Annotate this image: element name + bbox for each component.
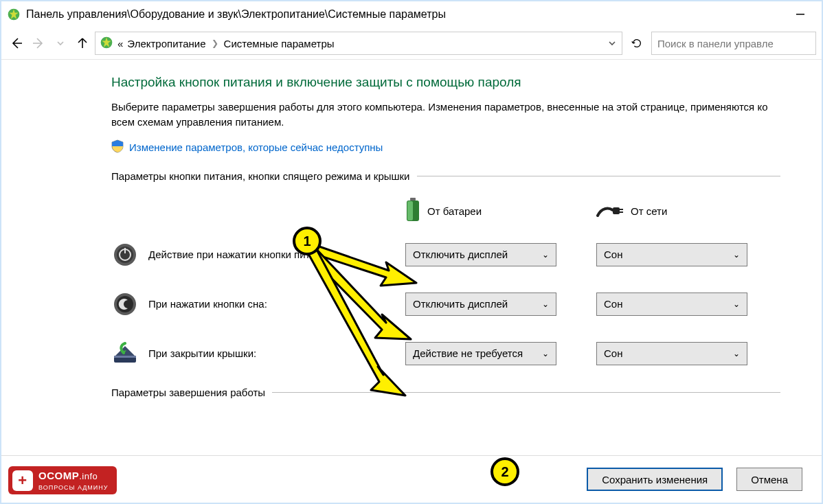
search-input[interactable]: Поиск в панели управле: [651, 32, 816, 55]
footer: Сохранить изменения Отмена: [1, 456, 822, 503]
svg-rect-6: [613, 207, 620, 214]
page-description: Выберите параметры завершения работы для…: [111, 100, 780, 130]
annotation-marker-2: 2: [491, 457, 519, 486]
logo-plus-icon: +: [12, 470, 33, 491]
combo-power-plugged[interactable]: Сон ⌄: [596, 243, 747, 266]
address-bar[interactable]: « Электропитание ❯ Системные параметры: [95, 32, 622, 55]
settings-grid: От батареи От сети Действие при нажатии …: [111, 189, 780, 378]
section-2-text: Параметры завершения работы: [111, 387, 265, 398]
titlebar: Панель управления\Оборудование и звук\Эл…: [1, 1, 822, 27]
sleep-button-icon: [111, 290, 139, 318]
logo-main: OCOMP: [38, 470, 79, 481]
crumb-prefix: «: [117, 38, 123, 49]
svg-rect-7: [620, 209, 623, 210]
chevron-down-icon: ⌄: [733, 349, 740, 358]
chevron-down-icon: ⌄: [542, 349, 549, 358]
minimize-button[interactable]: [785, 3, 816, 25]
chevron-down-icon: ⌄: [542, 299, 549, 309]
app-icon-small: [100, 36, 113, 51]
combo-value: Сон: [604, 298, 622, 310]
col-plugged: От сети: [596, 189, 768, 230]
marker-2-text: 2: [501, 464, 508, 480]
annotation-arrow: [306, 243, 430, 415]
app-icon: [7, 8, 21, 21]
combo-value: Сон: [604, 347, 622, 359]
svg-rect-3: [410, 198, 416, 201]
svg-marker-19: [308, 246, 405, 396]
col-battery-label: От батареи: [427, 205, 482, 217]
address-dropdown-icon[interactable]: [608, 38, 616, 49]
logo-sub: ВОПРОСЫ АДМИНУ: [38, 484, 109, 491]
row-2-label: При закрытии крышки:: [148, 347, 256, 359]
save-button[interactable]: Сохранить изменения: [587, 468, 723, 491]
marker-1-text: 1: [303, 233, 311, 249]
combo-sleep-plugged[interactable]: Сон ⌄: [596, 293, 747, 316]
plug-icon: [596, 202, 624, 220]
site-logo: + OCOMP.info ВОПРОСЫ АДМИНУ: [8, 466, 117, 494]
logo-suffix: .info: [79, 471, 98, 481]
crumb-sep-icon: ❯: [210, 38, 220, 48]
search-placeholder: Поиск в панели управле: [657, 38, 774, 49]
uac-link[interactable]: Изменение параметров, которые сейчас нед…: [129, 141, 383, 153]
history-dropdown[interactable]: [51, 34, 70, 53]
crumb-2[interactable]: Системные параметры: [224, 38, 335, 49]
chevron-down-icon: ⌄: [733, 250, 740, 260]
forward-button[interactable]: [29, 34, 48, 53]
chevron-down-icon: ⌄: [542, 250, 549, 260]
window-title: Панель управления\Оборудование и звук\Эл…: [26, 8, 779, 21]
svg-rect-8: [620, 211, 623, 213]
save-button-label: Сохранить изменения: [602, 474, 708, 485]
section-line: [417, 176, 780, 176]
page-heading: Настройка кнопок питания и включение защ…: [111, 75, 780, 90]
col-battery: От батареи: [405, 189, 577, 230]
cancel-button-label: Отмена: [751, 474, 788, 485]
chevron-down-icon: ⌄: [733, 299, 740, 309]
section-1-label: Параметры кнопки питания, кнопки спящего…: [111, 170, 780, 182]
annotation-marker-1: 1: [293, 227, 322, 255]
combo-value: Сон: [604, 249, 622, 260]
up-button[interactable]: [73, 34, 92, 53]
section-1-text: Параметры кнопки питания, кнопки спящего…: [111, 170, 410, 182]
crumb-1[interactable]: Электропитание: [127, 38, 205, 49]
lid-close-icon: [111, 340, 139, 367]
shield-icon: [111, 139, 124, 155]
battery-icon: [405, 198, 420, 225]
svg-rect-12: [124, 248, 126, 253]
power-button-icon: [111, 241, 139, 268]
back-button[interactable]: [7, 34, 26, 53]
col-plugged-label: От сети: [631, 205, 667, 217]
combo-lid-plugged[interactable]: Сон ⌄: [596, 342, 747, 365]
svg-rect-16: [114, 356, 136, 358]
section-2-label: Параметры завершения работы: [111, 387, 780, 398]
uac-link-row[interactable]: Изменение параметров, которые сейчас нед…: [111, 139, 780, 155]
row-1-label: При нажатии кнопки сна:: [148, 298, 267, 310]
cancel-button[interactable]: Отмена: [736, 468, 802, 491]
refresh-button[interactable]: [625, 32, 649, 55]
svg-rect-1: [796, 14, 804, 15]
navbar: « Электропитание ❯ Системные параметры П…: [1, 27, 822, 59]
svg-rect-5: [407, 201, 413, 220]
